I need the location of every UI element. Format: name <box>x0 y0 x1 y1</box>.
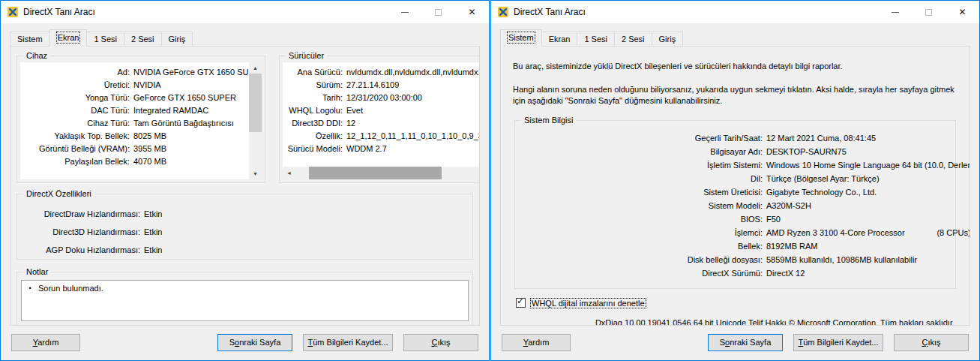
window-title: DirectX Tanı Aracı <box>23 7 388 17</box>
info-row: Sürücü Modeli: WDDM 2.7 <box>283 143 480 155</box>
directx-features-list: DirectDraw Hızlandırması: Etkin Direct3D… <box>20 205 469 259</box>
close-button[interactable]: ✕ <box>455 1 489 23</box>
minimize-button[interactable] <box>388 1 421 23</box>
dxdiag-window-system: DirectX Tanı Aracı ✕ Sistem Ekran 1 Sesi… <box>490 0 980 361</box>
check-icon: ✓ <box>517 296 524 306</box>
info-value: DirectX 12 <box>766 266 805 280</box>
info-value: NVIDIA <box>133 79 161 92</box>
info-row: AGP Doku Hızlandırması: Etkin <box>20 241 469 259</box>
window-titlebar[interactable]: DirectX Tanı Aracı ✕ <box>491 1 979 23</box>
info-row: Sistem Modeli: A320M-S2H <box>521 199 949 212</box>
info-label: Görüntü Belleği (VRAM): <box>20 143 130 155</box>
info-label: Bellek: <box>521 239 763 253</box>
info-label: Sistem Üreticisi: <box>521 185 763 199</box>
tab-sistem[interactable]: Sistem <box>10 32 50 47</box>
system-info-groupbox: Sistem Bilgisi Geçerli Tarih/Saat: 12 Ma… <box>514 120 956 289</box>
drivers-groupbox: Sürücüler Ana Sürücü: nvldumdx.dll,nvldu… <box>279 56 480 183</box>
info-label: İşlemci: <box>521 226 763 239</box>
help-button[interactable]: Yardım <box>11 334 80 351</box>
help-button[interactable]: Yardım <box>502 334 571 351</box>
info-row: DAC Türü: Integrated RAMDAC <box>20 104 249 117</box>
dxdiag-app-icon <box>497 6 509 18</box>
info-label: DirectDraw Hızlandırması: <box>20 205 140 223</box>
whql-checkbox-label[interactable]: WHQL dijital imzalarını denetle <box>531 299 646 308</box>
exit-button[interactable]: Çıkış <box>894 334 969 351</box>
tab-strip: Sistem Ekran 1 Sesi 2 Sesi Giriş <box>491 23 979 47</box>
save-all-information-button[interactable]: Tüm Bilgileri Kaydet... <box>793 334 883 351</box>
info-row: Üretici: NVIDIA <box>20 79 249 92</box>
drivers-group-title: Sürücüler <box>286 51 327 61</box>
scrollbar-track[interactable] <box>295 167 480 179</box>
info-label: Üretici: <box>20 79 130 92</box>
info-label: Paylaşılan Bellek: <box>20 155 130 168</box>
exit-button[interactable]: Çıkış <box>403 334 478 351</box>
info-value: 8192MB RAM <box>766 239 817 253</box>
notes-groupbox: Notlar • Sorun bulunmadı. <box>16 272 473 326</box>
whql-check-row: ✓ WHQL dijital imzalarını denetle <box>516 298 958 308</box>
info-label: BIOS: <box>521 212 763 226</box>
info-label: DirectX Sürümü: <box>521 266 763 280</box>
info-label: Ana Sürücü: <box>283 66 343 79</box>
info-value: AMD Ryzen 3 3100 4-Core Processor (8 CPU… <box>766 226 970 239</box>
info-row: DirectX Sürümü: DirectX 12 <box>521 266 949 280</box>
tab-giris[interactable]: Giriş <box>161 32 193 47</box>
scroll-down-icon[interactable]: ▼ <box>249 168 262 179</box>
info-value: Evet <box>346 104 363 117</box>
info-row: Direct3D Hızlandırması: Etkin <box>20 223 469 241</box>
tab-ses-1[interactable]: 1 Sesi <box>86 32 124 47</box>
whql-checkbox[interactable]: ✓ <box>516 298 526 308</box>
maximize-icon <box>925 9 932 16</box>
info-label: Cihaz Türü: <box>20 117 130 130</box>
next-page-button[interactable]: Sonraki Sayfa <box>708 334 783 351</box>
dxdiag-app-icon <box>7 6 19 18</box>
next-page-button[interactable]: Sonraki Sayfa <box>217 334 292 351</box>
drivers-horizontal-scrollbar[interactable]: ◄ ► <box>283 167 480 179</box>
bullet-icon: • <box>22 282 38 294</box>
tab-ses-1[interactable]: 1 Sesi <box>577 32 615 47</box>
window-titlebar[interactable]: DirectX Tanı Aracı ✕ <box>1 1 489 23</box>
drivers-info-list: Ana Sürücü: nvldumdx.dll,nvldumdx.dll,nv… <box>283 62 480 167</box>
info-label: İşletim Sistemi: <box>521 158 763 172</box>
tab-ekran[interactable]: Ekran <box>49 29 88 47</box>
tab-giris[interactable]: Giriş <box>652 32 684 47</box>
info-row: BIOS: F50 <box>521 212 949 226</box>
info-row: Yaklaşık Top. Bellek: 8025 MB <box>20 130 249 143</box>
tab-ses-2[interactable]: 2 Sesi <box>614 32 652 47</box>
window-title: DirectX Tanı Aracı <box>514 7 878 17</box>
scroll-up-icon[interactable]: ▲ <box>249 62 262 74</box>
info-label: Yonga Türü: <box>20 92 130 104</box>
info-row: Ana Sürücü: nvldumdx.dll,nvldumdx.dll,nv… <box>283 66 480 79</box>
scrollbar-track[interactable] <box>249 74 262 168</box>
info-row: Bellek: 8192MB RAM <box>521 239 949 253</box>
minimize-button[interactable] <box>878 1 912 23</box>
info-value: GeForce GTX 1650 SUPER <box>133 92 236 104</box>
minimize-icon <box>401 12 409 13</box>
info-label: DAC Türü: <box>20 104 130 117</box>
info-label: Tarih: <box>283 92 343 104</box>
info-value: A320M-S2H <box>766 199 811 212</box>
scrollbar-thumb[interactable] <box>309 167 442 179</box>
tab-ekran[interactable]: Ekran <box>541 32 578 47</box>
info-row: Sürüm: 27.21.14.6109 <box>283 79 480 92</box>
info-value: Tam Görüntü Bağdaştırıcısı <box>133 117 234 130</box>
device-vertical-scrollbar[interactable]: ▲ ▼ <box>249 62 262 179</box>
directx-features-groupbox: DirectX Özellikleri DirectDraw Hızlandır… <box>16 194 473 260</box>
tab-ses-2[interactable]: 2 Sesi <box>124 32 162 47</box>
dxdiag-version-status: DxDiag 10.00.19041.0546 64 bit Unicode T… <box>513 318 955 326</box>
desktop: DirectX Tanı Aracı ✕ Sistem Ekran 1 Sesi… <box>0 0 980 361</box>
scrollbar-thumb[interactable] <box>249 74 262 132</box>
tab-sistem[interactable]: Sistem <box>500 29 542 47</box>
info-value: 12/31/2020 03:00:00 <box>346 92 422 104</box>
info-row: İşletim Sistemi: Windows 10 Home Single … <box>521 158 949 172</box>
info-label: WHQL Logolu: <box>283 104 343 117</box>
save-all-information-button[interactable]: Tüm Bilgileri Kaydet... <box>303 334 393 351</box>
info-value: 12_1,12_0,11_1,11_0,10_1,10_0,9_3 <box>346 130 480 143</box>
system-info-title: Sistem Bilgisi <box>521 116 576 125</box>
info-value: nvldumdx.dll,nvldumdx.dll,nvldumdx.d <box>346 66 480 79</box>
info-value: 12 Mart 2021 Cuma, 08:41:45 <box>766 131 876 145</box>
scroll-left-icon[interactable]: ◄ <box>283 167 295 179</box>
info-value: NVIDIA GeForce GTX 1650 SUPER <box>133 66 249 79</box>
info-row: Disk belleği dosyası: 5859MB kullanıldı,… <box>521 253 949 266</box>
maximize-button <box>421 1 455 23</box>
close-button[interactable]: ✕ <box>946 1 979 23</box>
